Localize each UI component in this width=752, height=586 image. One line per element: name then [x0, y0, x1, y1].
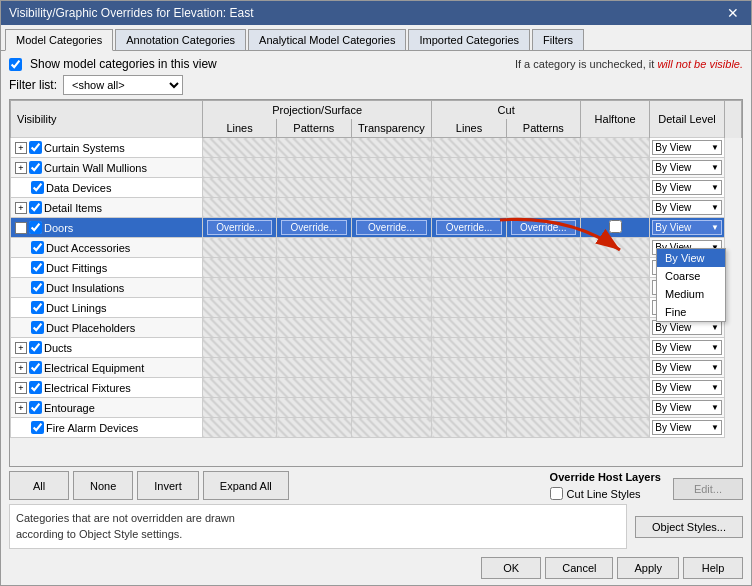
table-row[interactable]: +DuctsBy View▼ [11, 338, 742, 358]
tab-model-categories[interactable]: Model Categories [5, 29, 113, 51]
apply-button[interactable]: Apply [617, 557, 679, 579]
row-label: Curtain Wall Mullions [44, 162, 147, 174]
expand-button[interactable]: + [15, 202, 27, 214]
close-button[interactable]: ✕ [723, 5, 743, 21]
override-button[interactable]: Override... [436, 220, 501, 235]
detail-level-button[interactable]: By View▼ [652, 180, 722, 195]
detail-level-button[interactable]: By View▼ [652, 420, 722, 435]
expand-button[interactable]: + [15, 342, 27, 354]
expand-button[interactable]: + [15, 222, 27, 234]
row-checkbox[interactable] [29, 201, 42, 214]
info-line1: Categories that are not overridden are d… [16, 512, 235, 524]
none-button[interactable]: None [73, 471, 133, 500]
object-styles-button[interactable]: Object Styles... [635, 516, 743, 538]
expand-button[interactable]: + [15, 162, 27, 174]
row-label: Electrical Fixtures [44, 382, 131, 394]
expand-all-button[interactable]: Expand All [203, 471, 289, 500]
table-row[interactable]: +Detail ItemsBy View▼ [11, 198, 742, 218]
expand-button[interactable]: + [15, 142, 27, 154]
edit-button[interactable]: Edit... [673, 478, 743, 500]
detail-level-button[interactable]: By View▼ [652, 220, 722, 235]
dropdown-by-view[interactable]: By View [657, 249, 725, 267]
dropdown-medium[interactable]: Medium [657, 285, 725, 303]
row-checkbox[interactable] [31, 421, 44, 434]
table-row[interactable]: +EntourageBy View▼ [11, 398, 742, 418]
row-checkbox[interactable] [29, 221, 42, 234]
show-model-row: Show model categories in this view [9, 57, 217, 71]
row-label: Doors [44, 222, 73, 234]
top-controls: Show model categories in this view If a … [9, 57, 743, 71]
tab-imported-categories[interactable]: Imported Categories [408, 29, 530, 50]
detail-level-button[interactable]: By View▼ [652, 380, 722, 395]
expand-button[interactable]: + [15, 382, 27, 394]
expand-button[interactable]: + [15, 402, 27, 414]
filter-select[interactable]: <show all> [63, 75, 183, 95]
window-title: Visibility/Graphic Overrides for Elevati… [9, 6, 254, 20]
row-checkbox[interactable] [31, 261, 44, 274]
tab-analytical-model[interactable]: Analytical Model Categories [248, 29, 406, 50]
override-host-title: Override Host Layers [550, 471, 661, 483]
table-row[interactable]: Data DevicesBy View▼ [11, 178, 742, 198]
final-buttons: OK Cancel Apply Help [9, 553, 743, 579]
show-model-checkbox[interactable] [9, 58, 22, 71]
ok-button[interactable]: OK [481, 557, 541, 579]
table-row[interactable]: Duct PlaceholdersBy View▼ [11, 318, 742, 338]
table-row[interactable]: Duct InsulationsBy View▼ [11, 278, 742, 298]
th-proj-transparency: Transparency [351, 119, 432, 138]
table-row[interactable]: +Electrical EquipmentBy View▼ [11, 358, 742, 378]
table-row[interactable]: Duct LiningsBy View▼ [11, 298, 742, 318]
detail-level-button[interactable]: By View▼ [652, 340, 722, 355]
info-emphasis: will not be visible. [657, 58, 743, 70]
detail-level-button[interactable]: By View▼ [652, 360, 722, 375]
override-button[interactable]: Override... [281, 220, 346, 235]
row-checkbox[interactable] [31, 321, 44, 334]
row-label: Data Devices [46, 182, 111, 194]
invert-button[interactable]: Invert [137, 471, 199, 500]
all-button[interactable]: All [9, 471, 69, 500]
cut-line-styles-checkbox[interactable] [550, 487, 563, 500]
row-label: Detail Items [44, 202, 102, 214]
expand-button[interactable]: + [15, 362, 27, 374]
th-proj-patterns: Patterns [277, 119, 351, 138]
detail-level-button[interactable]: By View▼ [652, 320, 722, 335]
table-row[interactable]: +Curtain Wall MullionsBy View▼ [11, 158, 742, 178]
row-label: Duct Insulations [46, 282, 124, 294]
row-checkbox[interactable] [31, 281, 44, 294]
override-button[interactable]: Override... [356, 220, 428, 235]
tab-filters[interactable]: Filters [532, 29, 584, 50]
detail-level-button[interactable]: By View▼ [652, 200, 722, 215]
detail-level-button[interactable]: By View▼ [652, 140, 722, 155]
detail-level-button[interactable]: By View▼ [652, 160, 722, 175]
row-checkbox[interactable] [29, 401, 42, 414]
row-checkbox[interactable] [29, 341, 42, 354]
dropdown-fine[interactable]: Fine [657, 303, 725, 321]
help-button[interactable]: Help [683, 557, 743, 579]
override-button[interactable]: Override... [511, 220, 576, 235]
override-button[interactable]: Override... [207, 220, 272, 235]
dropdown-coarse[interactable]: Coarse [657, 267, 725, 285]
row-checkbox[interactable] [31, 181, 44, 194]
row-checkbox[interactable] [29, 141, 42, 154]
th-detail-level: Detail Level [650, 101, 725, 138]
th-scroll [724, 101, 741, 138]
th-cut: Cut [432, 101, 581, 120]
row-label: Fire Alarm Devices [46, 422, 138, 434]
cancel-button[interactable]: Cancel [545, 557, 613, 579]
row-checkbox[interactable] [29, 381, 42, 394]
row-checkbox[interactable] [29, 361, 42, 374]
filter-row: Filter list: <show all> [9, 75, 743, 95]
row-label: Duct Linings [46, 302, 107, 314]
main-window: Visibility/Graphic Overrides for Elevati… [0, 0, 752, 586]
table-row[interactable]: Fire Alarm DevicesBy View▼ [11, 418, 742, 438]
halftone-checkbox[interactable] [609, 220, 622, 233]
row-checkbox[interactable] [31, 301, 44, 314]
table-row[interactable]: +Curtain SystemsBy View▼ [11, 138, 742, 158]
row-checkbox[interactable] [29, 161, 42, 174]
table-row[interactable]: +Electrical FixturesBy View▼ [11, 378, 742, 398]
table-row[interactable]: Duct FittingsBy View▼ [11, 258, 742, 278]
row-checkbox[interactable] [31, 241, 44, 254]
table-row[interactable]: Duct AccessoriesBy View▼ [11, 238, 742, 258]
detail-level-button[interactable]: By View▼ [652, 400, 722, 415]
tab-annotation-categories[interactable]: Annotation Categories [115, 29, 246, 50]
table-row[interactable]: +DoorsOverride...Override...Override...O… [11, 218, 742, 238]
